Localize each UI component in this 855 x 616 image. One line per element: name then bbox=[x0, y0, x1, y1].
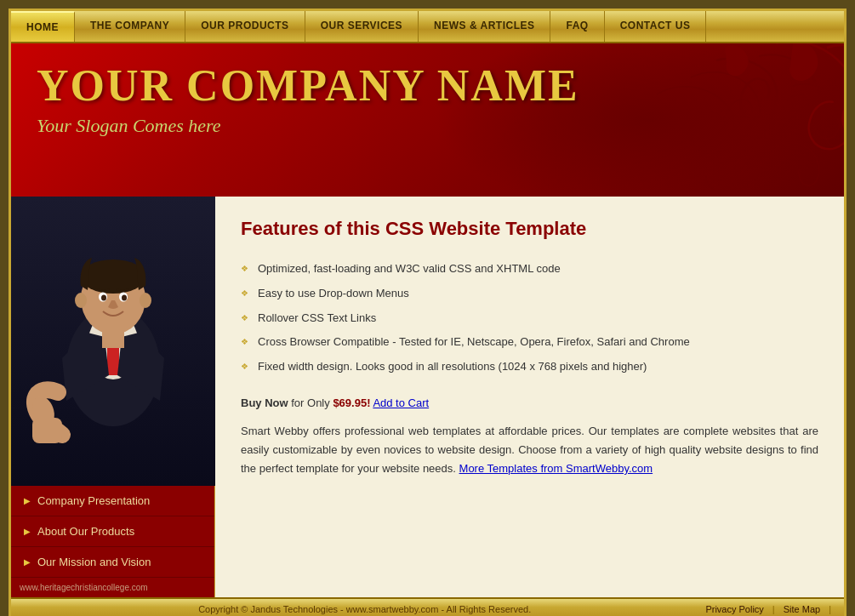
nav-news[interactable]: NEWS & ARTICLES bbox=[419, 11, 550, 42]
company-name: YOUR COMPANY NAME bbox=[37, 60, 818, 111]
svg-rect-14 bbox=[102, 331, 124, 348]
header-banner: YOUR COMPANY NAME Your Slogan Comes here bbox=[11, 43, 844, 197]
feature-list: Optimized, fast-loading and W3C valid CS… bbox=[241, 257, 818, 379]
add-to-cart-link[interactable]: Add to Cart bbox=[373, 396, 429, 409]
main-content: ▶ Company Presentation ▶ About Our Produ… bbox=[11, 197, 844, 597]
footer-divider: | bbox=[772, 604, 775, 614]
main-nav: HOME THE COMPANY OUR PRODUCTS OUR SERVIC… bbox=[11, 11, 844, 43]
sidebar-item-about-products[interactable]: ▶ About Our Products bbox=[11, 516, 214, 547]
footer-bar: Copyright © Jandus Technologies - www.sm… bbox=[11, 597, 844, 616]
footer-copyright: Copyright © Jandus Technologies - www.sm… bbox=[24, 604, 705, 614]
feature-item-1: Optimized, fast-loading and W3C valid CS… bbox=[241, 257, 818, 282]
more-templates-link[interactable]: More Templates from SmartWebby.com bbox=[459, 462, 653, 475]
sidebar-image bbox=[11, 197, 215, 486]
svg-point-10 bbox=[75, 293, 87, 308]
svg-rect-13 bbox=[32, 418, 62, 443]
sidebar-item-company-presentation[interactable]: ▶ Company Presentation bbox=[11, 486, 214, 516]
site-map-link[interactable]: Site Map bbox=[784, 604, 820, 614]
feature-item-2: Easy to use Drop-down Menus bbox=[241, 282, 818, 306]
svg-point-11 bbox=[140, 293, 151, 308]
nav-services[interactable]: OUR SERVICES bbox=[305, 11, 419, 42]
nav-contact[interactable]: CONTACT US bbox=[605, 11, 707, 42]
person-svg bbox=[11, 197, 215, 486]
feature-item-3: Rollover CSS Text Links bbox=[241, 306, 818, 331]
svg-point-5 bbox=[81, 260, 145, 294]
nav-faq[interactable]: FAQ bbox=[550, 11, 604, 42]
sidebar-footer-url: www.heritagechristiancollege.com bbox=[11, 578, 214, 597]
description-text: Smart Webby offers professional web temp… bbox=[241, 422, 818, 478]
buy-now-label: Buy Now bbox=[241, 396, 288, 409]
page-wrapper: HOME THE COMPANY OUR PRODUCTS OUR SERVIC… bbox=[9, 9, 846, 616]
feature-item-4: Cross Browser Compatible - Tested for IE… bbox=[241, 330, 818, 355]
svg-point-9 bbox=[122, 295, 127, 301]
privacy-policy-link[interactable]: Privacy Policy bbox=[705, 604, 763, 614]
sidebar: ▶ Company Presentation ▶ About Our Produ… bbox=[11, 197, 215, 597]
sidebar-item-mission-vision[interactable]: ▶ Our Mission and Vision bbox=[11, 547, 214, 578]
slogan: Your Slogan Comes here bbox=[37, 115, 818, 137]
nav-home[interactable]: HOME bbox=[11, 11, 75, 42]
buy-section: Buy Now for Only $69.95! Add to Cart bbox=[241, 396, 818, 409]
nav-company[interactable]: THE COMPANY bbox=[75, 11, 185, 42]
price-label: $69.95! bbox=[333, 396, 370, 409]
arrow-icon-3: ▶ bbox=[24, 557, 31, 567]
sidebar-menu: ▶ Company Presentation ▶ About Our Produ… bbox=[11, 486, 214, 578]
arrow-icon-2: ▶ bbox=[24, 527, 31, 536]
content-area: Features of this CSS Website Template Op… bbox=[215, 197, 844, 597]
nav-products[interactable]: OUR PRODUCTS bbox=[185, 11, 305, 42]
feature-item-5: Fixed width design. Looks good in all re… bbox=[241, 355, 818, 379]
features-title: Features of this CSS Website Template bbox=[241, 218, 818, 240]
arrow-icon-1: ▶ bbox=[24, 496, 31, 505]
footer-divider-2: | bbox=[829, 604, 831, 614]
svg-point-8 bbox=[101, 295, 106, 301]
buy-text: for Only bbox=[291, 396, 333, 409]
footer-links: Privacy Policy | Site Map | bbox=[705, 604, 831, 614]
